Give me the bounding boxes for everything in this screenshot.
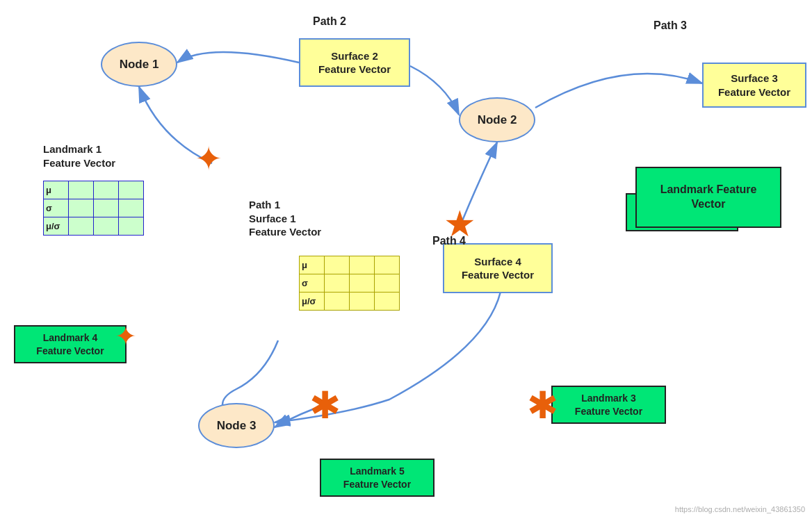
surface4-box: Surface 4 Feature Vector <box>443 243 553 293</box>
landmark4-label: Landmark 4 Feature Vector <box>36 331 104 356</box>
landmark5-label: Landmark 5 Feature Vector <box>343 465 411 490</box>
diagram: Node 1 Node 2 Node 3 Surface 2 Feature V… <box>0 0 812 519</box>
landmark1-fv-label: Landmark 1Feature Vector <box>43 142 115 170</box>
surface3-box: Surface 3 Feature Vector <box>702 63 806 108</box>
node1-label: Node 1 <box>120 58 159 72</box>
surface2-label: Surface 2 Feature Vector <box>318 49 391 76</box>
path2-label: Path 2 <box>313 15 346 28</box>
landmark5-box: Landmark 5 Feature Vector <box>320 459 435 497</box>
watermark: https://blog.csdn.net/weixin_43861350 <box>675 505 805 513</box>
landmark4-box: Landmark 4 Feature Vector <box>14 325 127 363</box>
star2-icon: ★ <box>444 206 476 242</box>
surface3-label: Surface 3 Feature Vector <box>718 72 790 99</box>
starburst1-icon: ✱ <box>309 386 341 424</box>
node2: Node 2 <box>459 97 535 142</box>
star3-icon: ✦ <box>115 323 137 349</box>
landmark3-box: Landmark 3 Feature Vector <box>551 386 666 424</box>
star1-icon: ✦ <box>195 142 222 176</box>
landmark3-label: Landmark 3 Feature Vector <box>575 392 642 417</box>
starburst2-icon: ✱ <box>527 386 558 424</box>
path3-label: Path 3 <box>653 19 687 32</box>
node3: Node 3 <box>198 403 275 448</box>
node2-label: Node 2 <box>478 113 517 127</box>
landmark-fv-label: Landmark Feature Vector <box>642 183 774 212</box>
landmark1-table: μ σ μ/σ <box>43 181 144 236</box>
path1-table: μ σ μ/σ <box>299 256 400 311</box>
surface2-box: Surface 2 Feature Vector <box>299 38 410 87</box>
node3-label: Node 3 <box>217 419 257 433</box>
node1: Node 1 <box>101 42 177 87</box>
surface4-label: Surface 4 Feature Vector <box>462 255 534 282</box>
path1-fv-label: Path 1Surface 1Feature Vector <box>249 198 321 239</box>
landmark-fv-box: Landmark Feature Vector <box>635 167 781 228</box>
